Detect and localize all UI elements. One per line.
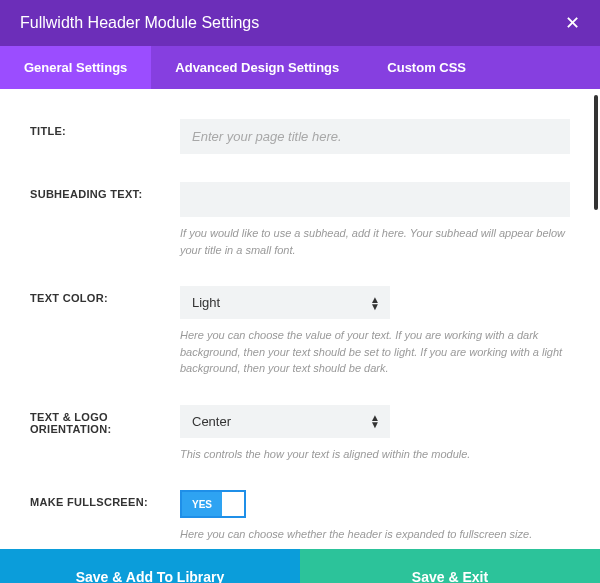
help-fullscreen: Here you can choose whether the header i…	[180, 526, 570, 543]
row-fullscreen: MAKE FULLSCREEN: YES Here you can choose…	[30, 490, 570, 543]
row-subheading: SUBHEADING TEXT: If you would like to us…	[30, 182, 570, 258]
toggle-yes-label: YES	[182, 492, 222, 516]
fullscreen-toggle[interactable]: YES	[180, 490, 246, 518]
subheading-input[interactable]	[180, 182, 570, 217]
tabs-bar: General Settings Advanced Design Setting…	[0, 46, 600, 89]
scrollbar-thumb[interactable]	[594, 95, 598, 210]
close-icon[interactable]: ✕	[565, 14, 580, 32]
toggle-knob	[222, 492, 244, 516]
title-input[interactable]	[180, 119, 570, 154]
tab-advanced-design[interactable]: Advanced Design Settings	[151, 46, 363, 89]
row-orientation: TEXT & LOGO ORIENTATION: Center ▲▼ This …	[30, 405, 570, 463]
modal-header: Fullwidth Header Module Settings ✕	[0, 0, 600, 46]
help-orientation: This controls the how your text is align…	[180, 446, 570, 463]
orientation-select[interactable]: Center	[180, 405, 390, 438]
label-orientation: TEXT & LOGO ORIENTATION:	[30, 405, 180, 463]
label-title: TITLE:	[30, 119, 180, 154]
help-text-color: Here you can choose the value of your te…	[180, 327, 570, 377]
help-subheading: If you would like to use a subhead, add …	[180, 225, 570, 258]
label-text-color: TEXT COLOR:	[30, 286, 180, 377]
label-fullscreen: MAKE FULLSCREEN:	[30, 490, 180, 543]
tab-general-settings[interactable]: General Settings	[0, 46, 151, 89]
modal-title: Fullwidth Header Module Settings	[20, 14, 259, 32]
form-content: TITLE: SUBHEADING TEXT: If you would lik…	[0, 89, 600, 549]
row-text-color: TEXT COLOR: Light ▲▼ Here you can choose…	[30, 286, 570, 377]
modal-footer: Save & Add To Library Save & Exit	[0, 549, 600, 583]
save-add-library-button[interactable]: Save & Add To Library	[0, 549, 300, 583]
save-exit-button[interactable]: Save & Exit	[300, 549, 600, 583]
tab-custom-css[interactable]: Custom CSS	[363, 46, 490, 89]
row-title: TITLE:	[30, 119, 570, 154]
label-subheading: SUBHEADING TEXT:	[30, 182, 180, 258]
text-color-select[interactable]: Light	[180, 286, 390, 319]
